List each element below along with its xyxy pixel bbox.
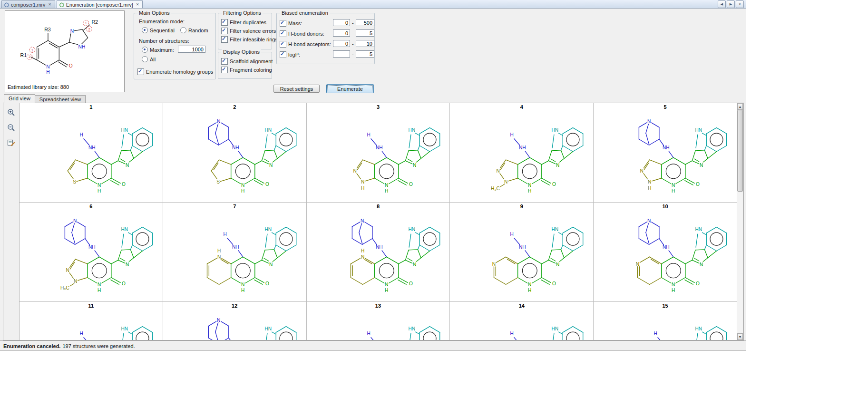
checkbox-hbond-acceptors[interactable]: H-bond acceptors: [280,41,331,48]
scroll-tabs-right-button[interactable]: ▶ [727,0,735,8]
svg-text:N: N [217,119,220,124]
structure-cell[interactable]: 2 ONHSNHNNHN [163,103,307,203]
structure-cell[interactable]: 10 ONHNNHNNHN [594,203,737,302]
zoom-out-button[interactable] [5,121,18,134]
checkbox-icon [221,67,228,73]
cell-number: 3 [307,103,450,110]
zoom-in-button[interactable] [5,106,18,118]
tab-list-dropdown-button[interactable]: ▾ [736,0,744,8]
checkbox-filter-infeasible-rings[interactable]: Filter infeasible rings [221,36,278,43]
mass-min-input[interactable] [333,19,350,26]
hbond-donors-min-input[interactable] [333,29,350,37]
checkbox-icon [280,41,286,48]
structure-cell[interactable]: 3 ONHNNHNHHNHN [307,103,450,203]
svg-text:O: O [696,281,700,286]
svg-text:O: O [122,182,126,187]
molecule-drawing: ONHNNH₃CNHHNHN [452,109,591,201]
svg-text:H: H [217,248,221,253]
radio-maximum[interactable]: Maximum: [142,47,174,53]
tab-grid-view[interactable]: Grid view [4,94,35,103]
svg-text:H: H [672,188,675,194]
structure-cell[interactable]: 5 ONHNNHNHNNHN [594,103,737,203]
tab-spreadsheet-view[interactable]: Spreadsheet view [35,95,86,103]
structure-cell[interactable]: 1 ONHSNHHNHN [20,103,163,203]
structure-cell[interactable]: 12 ONHNNHNHNNHN [163,302,307,340]
checkbox-filter-duplicates[interactable]: Filter duplicates [221,19,266,26]
maximum-structures-input[interactable] [178,46,205,53]
cell-number: 1 [20,103,163,110]
grid-scrollbar[interactable]: ▲ ▼ [737,103,743,340]
r1-label: R1 [20,52,27,58]
structure-cell[interactable]: 9 ONHNNHHNHN [450,203,594,302]
structure-cell[interactable]: 15 ONHNNHHNHN [594,302,737,340]
structure-cell[interactable]: 4 ONHNNH₃CNHHNHN [450,103,594,203]
svg-text:H: H [79,132,83,137]
status-bar: Enumeration canceled. 197 structures wer… [0,340,746,351]
svg-text:HN: HN [408,326,415,331]
hbond-donors-max-input[interactable] [356,29,374,37]
export-view-button[interactable] [5,136,18,149]
svg-text:H: H [672,288,675,293]
radio-all[interactable]: All [142,56,156,62]
hbond-acceptors-max-input[interactable] [356,40,374,47]
checkbox-enumerate-homology[interactable]: Enumerate homology groups [137,68,213,75]
structure-cell[interactable]: 6 ONHNNH₃CNHNNHN [20,203,163,302]
svg-text:HN: HN [264,227,272,232]
checkbox-filter-valence-errors[interactable]: Filter valence errors [221,28,276,34]
biased-enumeration-group: Biased enumeration Mass: - H-bond donors… [276,13,375,64]
svg-text:N: N [126,163,129,168]
svg-text:H₃C: H₃C [491,186,500,191]
cell-number: 8 [307,203,450,209]
radio-sequential[interactable]: Sequential [142,27,175,33]
checkbox-label: Enumerate homology groups [146,69,213,75]
checkbox-mass[interactable]: Mass: [280,20,302,27]
attachment-marker-2: 2 [29,55,30,58]
svg-text:N: N [353,168,356,174]
radio-random[interactable]: Random [180,27,208,33]
r3-label: R3 [44,27,51,32]
svg-text:NH: NH [232,244,239,250]
structure-cell[interactable]: 14 ONHNHNHHNHN [450,302,594,340]
range-dash: - [352,41,354,47]
svg-text:HN: HN [552,227,559,232]
checkbox-icon [221,58,228,65]
view-tab-strip: Grid view Spreadsheet view [4,95,86,103]
mass-max-input[interactable] [356,19,374,26]
svg-text:N: N [217,254,221,260]
scroll-tabs-left-button[interactable]: ◀ [718,0,726,8]
logp-max-input[interactable] [356,50,374,58]
structure-cell[interactable]: 7 ONHNHNHHNHN [163,203,307,302]
checkbox-logp[interactable]: logP: [280,51,300,58]
checkbox-hbond-donors[interactable]: H-bond donors: [280,30,324,37]
structure-cell[interactable]: 11 ONHNNHNHHNHN [20,302,163,340]
checkbox-icon [221,36,228,43]
molecule-drawing: ONHNNHNHHNHN [21,308,161,340]
attachment-marker-1: 1 [31,48,33,52]
number-of-structures-label: Number of structures: [139,38,189,44]
close-tab-icon[interactable]: ✕ [135,2,140,7]
tab-enumeration[interactable]: Enumeration [composer1.mrv] ✕ [57,0,143,8]
svg-text:HN: HN [264,127,272,133]
svg-text:N: N [672,183,675,188]
reset-settings-button[interactable]: Reset settings [273,85,320,93]
scaffold-preview: N H O N NH R3 R1 R2 1 2 1 2 Estimated li… [5,10,125,92]
close-tab-icon[interactable]: ✕ [47,2,52,7]
scrollbar-thumb[interactable] [737,110,743,192]
hbond-acceptors-min-input[interactable] [333,40,350,47]
checkbox-scaffold-alignment[interactable]: Scaffold alignment [221,58,273,65]
scroll-up-icon: ▲ [739,105,742,108]
atom-n: N [46,64,49,69]
scroll-down-button[interactable]: ▼ [737,333,743,340]
logp-min-input[interactable] [333,50,350,58]
tab-composer[interactable]: composer1.mrv ✕ [1,0,55,8]
scroll-up-button[interactable]: ▲ [737,103,743,110]
enumeration-file-icon [59,2,64,7]
checkbox-fragment-coloring[interactable]: Fragment coloring [221,67,272,73]
structure-cell[interactable]: 8 ONHNHNHNNHN [307,203,450,302]
structure-cell[interactable]: 13 ONHNHNHHNHN [307,302,450,340]
cell-number: 14 [450,302,593,309]
svg-text:O: O [122,281,126,286]
svg-text:N: N [217,318,220,323]
enumerate-button[interactable]: Enumerate [326,84,374,93]
svg-text:N: N [385,183,388,188]
